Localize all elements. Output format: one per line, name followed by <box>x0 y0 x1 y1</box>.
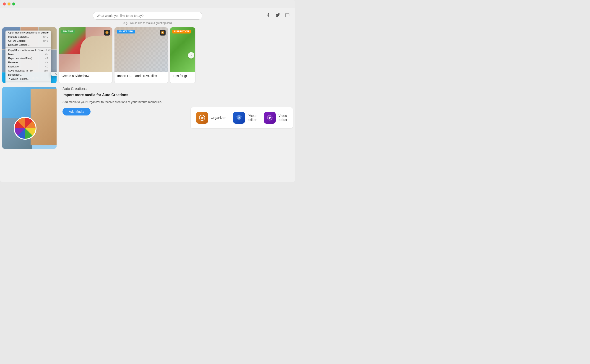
card-slideshow[interactable]: TRY THIS Create a Slideshow <box>59 27 112 83</box>
main-content: e.g. I would like to make a greeting car… <box>0 8 295 182</box>
ac-background <box>2 87 57 149</box>
ctx-item-copy-move[interactable]: Copy/Move to Removable Drive... ⇧⌘D <box>6 48 51 52</box>
add-media-button[interactable]: Add Media <box>62 108 91 116</box>
auto-creation-panel <box>2 87 57 149</box>
ctx-item-duplicate[interactable]: Duplicate ⌘D <box>6 65 51 69</box>
card-heif-title: Import HEIF and HEVC files <box>114 72 168 80</box>
search-bar[interactable] <box>93 12 202 20</box>
ctx-item-watch-folders[interactable]: ✓ Watch Folders... <box>6 77 51 81</box>
cards-row: Open Recently Edited File in Editor Mana… <box>0 27 295 83</box>
ctx-item-print[interactable]: Print... ⌘P <box>6 82 51 83</box>
try-this-badge: TRY THIS <box>61 30 75 33</box>
auto-creations-text: Auto Creations Import more media for Aut… <box>60 87 187 116</box>
auto-creations-heading: Import more media for Auto Creations <box>62 93 185 98</box>
ctx-separator-1 <box>6 47 51 48</box>
next-arrow[interactable]: › <box>188 52 194 58</box>
ctx-separator-2 <box>6 82 51 82</box>
ac-circle-rainbow <box>14 117 36 140</box>
close-button[interactable] <box>3 2 6 6</box>
auto-creations-description: Add media to your Organizer to receive c… <box>62 100 185 104</box>
whats-new-badge: WHAT'S NEW <box>117 30 135 33</box>
card-tips[interactable]: INSPIRATION Tips for gr › <box>170 27 195 83</box>
context-menu: Open Recently Edited File in Editor Mana… <box>6 31 51 83</box>
traffic-lights <box>3 2 15 6</box>
ctx-submenu-fujifilm[interactable]: FUJIFILM Prints and Gifts ... <box>51 72 57 76</box>
ctx-item-rename[interactable]: Rename... ⌘N <box>6 60 51 65</box>
app-item-photo-editor[interactable]: PhotoEditor <box>233 112 257 124</box>
app-icons-panel: Organizer PhotoEditor <box>191 107 293 128</box>
photo-editor-label: PhotoEditor <box>248 114 257 122</box>
titlebar <box>0 0 295 8</box>
maximize-button[interactable] <box>12 2 15 6</box>
ctx-item-relocate[interactable]: Relocate Catalog... <box>6 43 51 47</box>
video-editor-icon <box>264 112 276 124</box>
ac-photo-swim <box>2 87 32 121</box>
ctx-item-export[interactable]: Export As New File(s)... ⌘E <box>6 56 51 60</box>
chat-icon[interactable] <box>284 12 291 18</box>
card-heif[interactable]: WHAT'S NEW Import HEIF and HEVC files <box>114 27 168 83</box>
app-item-organizer[interactable]: Organizer <box>196 112 226 124</box>
card-icon-badge-heif <box>160 30 166 36</box>
ctx-item-reconnect[interactable]: Reconnect... <box>6 73 51 77</box>
ac-photo-atv <box>31 89 57 145</box>
ctx-item-manage-catalog[interactable]: Manage Catalog... ⌘⌃C <box>6 35 51 39</box>
tips-image: INSPIRATION <box>170 27 195 72</box>
auto-creations-section-title: Auto Creations <box>62 87 185 91</box>
sub-menu: FUJIFILM Prints and Gifts ... <box>51 72 57 76</box>
video-editor-label: VideoEditor <box>278 114 287 122</box>
social-icons <box>265 12 291 18</box>
facebook-icon[interactable] <box>265 12 271 18</box>
card-slideshow-title: Create a Slideshow <box>59 72 112 80</box>
twitter-icon[interactable] <box>275 12 281 18</box>
search-input[interactable] <box>97 14 198 18</box>
organizer-label: Organizer <box>211 116 226 120</box>
ctx-item-move[interactable]: Move... ⌘V <box>6 52 51 56</box>
search-hint: e.g. I would like to make a greeting car… <box>0 21 295 25</box>
inspiration-badge: INSPIRATION <box>172 30 191 33</box>
card-tips-title: Tips for gr <box>170 72 195 80</box>
photo-editor-icon <box>233 112 245 124</box>
svg-point-5 <box>201 117 203 119</box>
ctx-item-get-up-catalog[interactable]: Get Up Catalog ⌘⌃B <box>6 39 51 43</box>
ctx-item-recently-edited[interactable]: Open Recently Edited File in Editor <box>6 31 51 35</box>
minimize-button[interactable] <box>7 2 11 6</box>
card-icon-badge-slideshow <box>104 30 110 36</box>
bottom-section: Auto Creations Import more media for Aut… <box>0 83 295 151</box>
top-bar <box>0 8 295 21</box>
organizer-icon <box>196 112 208 124</box>
card-context-menu[interactable]: Open Recently Edited File in Editor Mana… <box>2 27 57 83</box>
app-item-video-editor[interactable]: VideoEditor <box>264 112 287 124</box>
ctx-item-save-metadata[interactable]: Save Metadata to File ⌘W <box>6 69 51 73</box>
slideshow-child <box>80 36 112 72</box>
